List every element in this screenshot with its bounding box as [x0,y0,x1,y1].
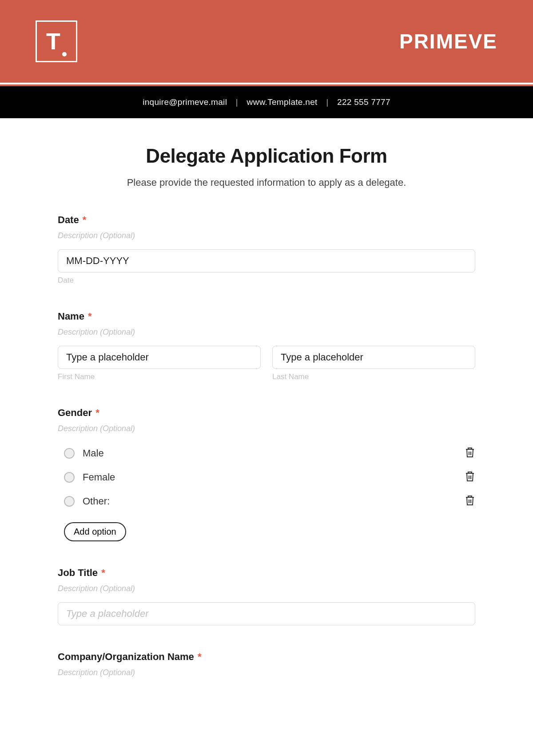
contact-site: www.Template.net [247,97,318,107]
gender-option-label[interactable]: Other: [83,496,110,507]
trash-icon[interactable] [465,471,475,484]
gender-option-female: Female [58,465,475,489]
form-title: Delegate Application Form [58,145,475,167]
field-company: Company/Organization Name * Description … [58,651,475,677]
contact-email: inquire@primeve.mail [143,97,227,107]
gender-option-label[interactable]: Female [83,472,115,483]
required-star-icon: * [80,214,87,225]
field-date: Date * Description (Optional) Date [58,214,475,285]
brand-name: PRIMEVE [399,29,497,53]
radio-icon[interactable] [64,496,75,507]
gender-option-male: Male [58,441,475,465]
required-star-icon: * [195,651,202,662]
date-input[interactable] [58,249,475,272]
company-description[interactable]: Description (Optional) [58,668,475,677]
radio-icon[interactable] [64,472,75,483]
date-sublabel: Date [58,276,475,285]
form-container: Delegate Application Form Please provide… [0,118,533,677]
form-subtitle: Please provide the requested information… [58,177,475,188]
name-description[interactable]: Description (Optional) [58,328,475,337]
gender-option-other: Other: [58,489,475,513]
jobtitle-label: Job Title * [58,567,475,579]
last-name-sublabel: Last Name [272,372,475,381]
contact-bar: inquire@primeve.mail | www.Template.net … [0,86,533,118]
first-name-sublabel: First Name [58,372,261,381]
required-star-icon: * [85,311,92,322]
required-star-icon: * [99,567,105,578]
date-description[interactable]: Description (Optional) [58,231,475,240]
separator-icon: | [326,97,328,107]
first-name-input[interactable] [58,346,261,369]
add-option-button[interactable]: Add option [64,522,126,541]
required-star-icon: * [93,407,99,418]
company-label: Company/Organization Name * [58,651,475,663]
jobtitle-description[interactable]: Description (Optional) [58,584,475,593]
trash-icon[interactable] [465,495,475,508]
field-gender: Gender * Description (Optional) Male Fem… [58,407,475,541]
radio-icon[interactable] [64,448,75,459]
gender-description[interactable]: Description (Optional) [58,424,475,433]
accent-divider [0,83,533,86]
field-name: Name * Description (Optional) First Name… [58,311,475,381]
name-label: Name * [58,311,475,322]
logo-box: T [36,20,77,62]
contact-phone: 222 555 7777 [337,97,390,107]
logo-letter: T [46,28,67,55]
logo-dot-icon [62,52,67,56]
field-job-title: Job Title * Description (Optional) [58,567,475,625]
last-name-input[interactable] [272,346,475,369]
gender-label: Gender * [58,407,475,419]
jobtitle-input[interactable] [58,602,475,625]
trash-icon[interactable] [465,447,475,460]
date-label: Date * [58,214,475,226]
gender-option-label[interactable]: Male [83,448,104,459]
separator-icon: | [236,97,238,107]
header-banner: T PRIMEVE [0,0,533,83]
